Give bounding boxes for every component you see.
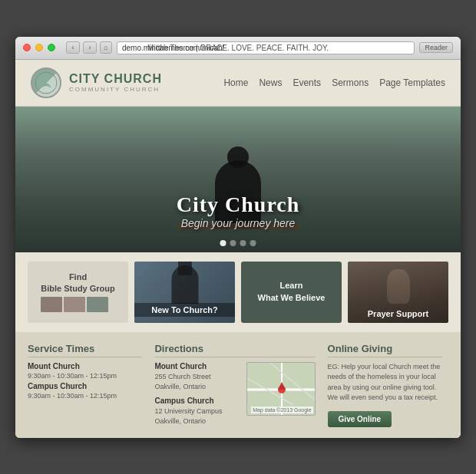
maximize-button[interactable] <box>48 44 55 51</box>
nav-news[interactable]: News <box>259 77 282 88</box>
church-logo <box>31 67 61 98</box>
campus-church-name: Campus Church <box>28 382 142 390</box>
directions-title: Directions <box>154 343 315 357</box>
hero-title: City Church <box>15 193 461 217</box>
nav-events[interactable]: Events <box>293 77 321 88</box>
campus-church-times: 9:30am - 10:30am - 12:15pm <box>28 392 142 400</box>
hero-section: City Church Begin your journey here <box>15 107 461 252</box>
find-bible-study-box[interactable]: Find Bible Study Group <box>28 262 128 323</box>
directions-col: Directions Mount Church 255 Church Stree… <box>148 343 321 427</box>
logo-text: CITY CHURCH COMMUNITY CHURCH <box>69 72 162 93</box>
nav-home[interactable]: Home <box>223 77 248 88</box>
forward-button[interactable]: › <box>83 41 97 54</box>
site-content: CITY CHURCH COMMUNITY CHURCH Home News E… <box>15 60 461 438</box>
map-label: Map data ©2013 Google <box>251 407 312 413</box>
dot-4[interactable] <box>250 240 256 246</box>
map-placeholder[interactable]: Map data ©2013 Google <box>246 362 316 416</box>
dot-2[interactable] <box>230 240 236 246</box>
giving-text: EG: Help your local Church meet the need… <box>328 362 442 403</box>
close-button[interactable] <box>23 44 31 51</box>
browser-titlebar: ‹ › ⌂ demo.mintthemes.com/micah/ Micah T… <box>15 37 461 60</box>
back-button[interactable]: ‹ <box>66 41 80 54</box>
church-name: CITY CHURCH <box>69 72 162 86</box>
give-online-button[interactable]: Give Online <box>328 411 392 427</box>
browser-nav: ‹ › ⌂ <box>66 41 112 54</box>
prayer-label: Prayer Support <box>368 309 428 318</box>
learn-box[interactable]: Learn What We Believe <box>241 262 342 323</box>
hero-dots <box>220 240 256 246</box>
dir-campus-addr1: 12 University Campus <box>154 407 240 417</box>
dir-mount-addr1: 255 Church Street <box>154 372 240 383</box>
home-nav-button[interactable]: ⌂ <box>100 41 112 54</box>
directions-text: Mount Church 255 Church Street Oakville,… <box>154 362 240 427</box>
mount-church-name: Mount Church <box>28 362 142 370</box>
features-section: Find Bible Study Group New To Ch <box>15 252 461 332</box>
browser-window: ‹ › ⌂ demo.mintthemes.com/micah/ Micah T… <box>15 37 461 438</box>
dot-1[interactable] <box>220 240 226 246</box>
hero-text-area: City Church Begin your journey here <box>15 193 461 229</box>
find-image-row <box>41 297 115 312</box>
info-section: Service Times Mount Church 9:30am - 10:3… <box>15 332 461 438</box>
online-giving-title: Online Giving <box>328 343 442 357</box>
prayer-box[interactable]: Prayer Support <box>348 262 448 323</box>
hero-subtitle: Begin your journey here <box>15 217 461 229</box>
minimize-button[interactable] <box>35 44 43 51</box>
service-times-title: Service Times <box>28 343 142 357</box>
site-header: CITY CHURCH COMMUNITY CHURCH Home News E… <box>15 60 461 107</box>
head-silhouette <box>178 262 192 275</box>
logo-area: CITY CHURCH COMMUNITY CHURCH <box>31 67 162 98</box>
site-nav: Home News Events Sermons Page Templates <box>223 77 445 88</box>
nav-page-templates[interactable]: Page Templates <box>379 77 445 88</box>
dir-campus-addr2: Oakville, Ontario <box>154 416 240 427</box>
learn-text: Learn What We Believe <box>258 280 326 304</box>
dir-mount-addr2: Oakville, Ontario <box>154 382 240 393</box>
dir-campus-name: Campus Church <box>154 397 240 405</box>
reader-button[interactable]: Reader <box>419 42 453 53</box>
online-giving-col: Online Giving EG: Help your local Church… <box>322 343 448 427</box>
directions-content: Mount Church 255 Church Street Oakville,… <box>154 362 315 427</box>
prayer-overlay: Prayer Support <box>348 262 448 323</box>
new-to-church-box[interactable]: New To Church? <box>134 262 235 323</box>
dir-mount-name: Mount Church <box>154 362 240 370</box>
page-title-bar: Micah Theme | GRACE. LOVE. PEACE. FAITH.… <box>147 44 329 52</box>
church-sub: COMMUNITY CHURCH <box>69 86 162 93</box>
mount-church-times: 9:30am - 10:30am - 12:15pm <box>28 372 142 380</box>
find-content: Find Bible Study Group <box>35 265 121 318</box>
service-times-col: Service Times Mount Church 9:30am - 10:3… <box>28 343 148 427</box>
find-title: Find Bible Study Group <box>41 272 115 294</box>
new-church-label: New To Church? <box>134 303 235 317</box>
nav-sermons[interactable]: Sermons <box>332 77 369 88</box>
dot-3[interactable] <box>240 240 246 246</box>
